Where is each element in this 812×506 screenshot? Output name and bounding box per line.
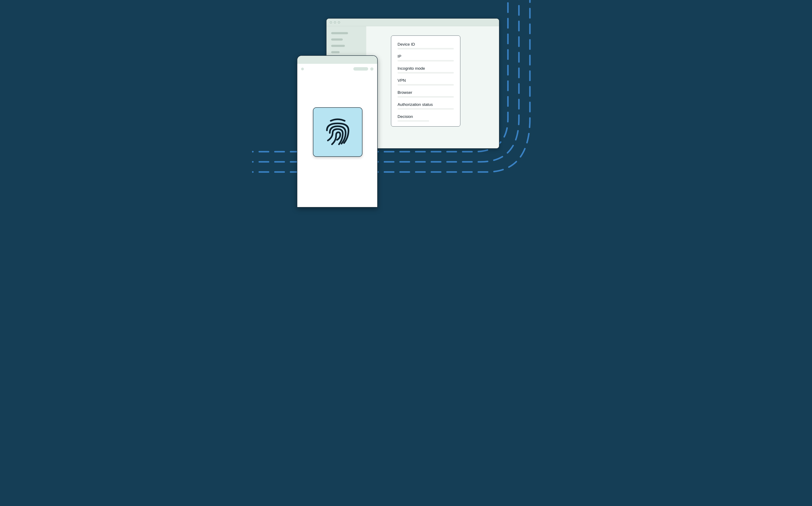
sidebar-item-placeholder <box>331 38 343 40</box>
info-label: Authorization status <box>397 102 454 107</box>
value-placeholder <box>397 96 454 98</box>
window-control-close-icon <box>330 21 332 23</box>
info-row-incognito: Incognito mode <box>397 66 454 74</box>
sidebar-item-placeholder <box>331 51 340 53</box>
info-label: Browser <box>397 90 454 95</box>
value-placeholder <box>397 84 454 86</box>
window-control-min-icon <box>334 21 336 23</box>
info-row-device-id: Device ID <box>397 42 454 50</box>
mobile-device <box>297 55 378 207</box>
status-pill-placeholder <box>353 67 368 71</box>
info-label: IP <box>397 54 454 59</box>
browser-titlebar <box>326 19 499 26</box>
info-label: Decision <box>397 114 454 119</box>
sidebar-item-placeholder <box>331 32 348 34</box>
illustration-stage: Device ID IP Incognito mode VPN <box>252 0 560 186</box>
value-placeholder <box>397 120 429 122</box>
browser-content: Device ID IP Incognito mode VPN <box>367 26 499 148</box>
info-label: VPN <box>397 78 454 83</box>
window-control-max-icon <box>338 21 340 23</box>
device-info-card: Device ID IP Incognito mode VPN <box>391 35 460 126</box>
info-label: Device ID <box>397 42 454 47</box>
info-row-browser: Browser <box>397 90 454 98</box>
value-placeholder <box>397 108 454 110</box>
info-row-authorization: Authorization status <box>397 102 454 110</box>
info-label: Incognito mode <box>397 66 454 71</box>
phone-notch-bar <box>297 56 377 64</box>
value-placeholder <box>397 60 454 62</box>
status-dot-icon <box>370 67 373 71</box>
status-dot-icon <box>301 68 304 70</box>
phone-status-bar <box>297 64 377 71</box>
value-placeholder <box>397 72 454 74</box>
info-row-ip: IP <box>397 54 454 62</box>
value-placeholder <box>397 48 454 50</box>
sidebar-item-placeholder <box>331 45 345 47</box>
fingerprint-tile <box>313 107 362 157</box>
fingerprint-icon <box>322 116 354 148</box>
info-row-decision: Decision <box>397 114 454 122</box>
info-row-vpn: VPN <box>397 78 454 86</box>
